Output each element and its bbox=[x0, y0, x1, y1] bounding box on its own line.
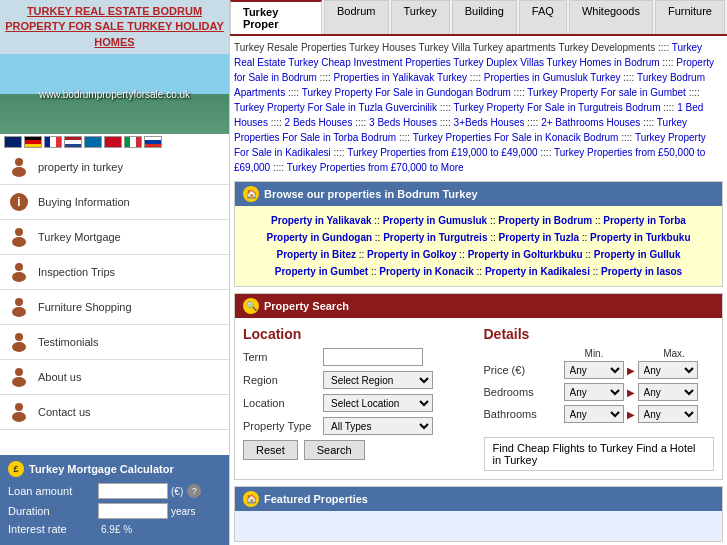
tabs-bar: Turkey Proper Bodrum Turkey Building FAQ… bbox=[230, 0, 727, 36]
search-section: 🔍 Property Search Location Term Region bbox=[234, 293, 723, 480]
tab-whitegoods[interactable]: Whitegoods bbox=[569, 0, 653, 34]
70k-link[interactable]: Turkey Properties from £70,000 to More bbox=[287, 162, 464, 173]
bedrooms-min-select[interactable]: Any bbox=[564, 383, 624, 401]
bathrooms-controls: Any ▶ Any bbox=[564, 405, 698, 423]
content-area: Turkey Resale Properties Turkey Houses T… bbox=[230, 36, 727, 545]
yalikavak-link[interactable]: Properties in Yalikavak Turkey bbox=[334, 72, 468, 83]
browse-tuzla[interactable]: Property in Tuzla bbox=[499, 232, 579, 243]
sidebar-item-furniture[interactable]: Furniture Shopping bbox=[0, 290, 229, 325]
2bath-link[interactable]: 2+ Bathrooms Houses bbox=[541, 117, 640, 128]
browse-konacik[interactable]: Property in Konacik bbox=[379, 266, 473, 277]
tab-bodrum[interactable]: Bodrum bbox=[324, 0, 389, 34]
loan-amount-input[interactable] bbox=[98, 483, 168, 499]
sidebar-item-property-turkey[interactable]: property in turkey bbox=[0, 150, 229, 185]
bathrooms-row: Bathrooms Any ▶ Any bbox=[484, 405, 715, 423]
tab-turkey-label: Turkey bbox=[404, 5, 437, 17]
tab-building[interactable]: Building bbox=[452, 0, 517, 34]
browse-bitez[interactable]: Property in Bitez bbox=[276, 249, 355, 260]
featured-section: 🏠 Featured Properties bbox=[234, 486, 723, 542]
reset-button[interactable]: Reset bbox=[243, 440, 298, 460]
sidebar-item-contact[interactable]: Contact us bbox=[0, 395, 229, 430]
property-type-select[interactable]: All Types bbox=[323, 417, 433, 435]
search-body: Location Term Region Select Region bbox=[235, 318, 722, 479]
browse-iasos[interactable]: Property in Iasos bbox=[601, 266, 682, 277]
browse-golkoy[interactable]: Property in Golkoy bbox=[367, 249, 456, 260]
duration-unit: years bbox=[171, 506, 195, 517]
browse-gundogan[interactable]: Property in Gundogan bbox=[267, 232, 373, 243]
search-button[interactable]: Search bbox=[304, 440, 365, 460]
region-label: Region bbox=[243, 374, 323, 386]
duration-input[interactable] bbox=[98, 503, 168, 519]
sidebar-item-inspection[interactable]: Inspection Trips bbox=[0, 255, 229, 290]
flag-ru[interactable] bbox=[144, 136, 162, 148]
flag-nl[interactable] bbox=[64, 136, 82, 148]
sidebar-logo[interactable]: TURKEY REAL ESTATE BODRUM PROPERTY FOR S… bbox=[0, 0, 229, 54]
tab-furniture-label: Furniture bbox=[668, 5, 712, 17]
bedrooms-max-select[interactable]: Any bbox=[638, 383, 698, 401]
details-min-max-header: Min. Max. bbox=[484, 348, 715, 359]
browse-torba[interactable]: Property in Torba bbox=[603, 215, 686, 226]
flag-it[interactable] bbox=[124, 136, 142, 148]
tuzla-link[interactable]: Turkey Property For Sale in Tuzla Guverc… bbox=[234, 102, 437, 113]
sidebar-item-testimonials[interactable]: Testimonials bbox=[0, 325, 229, 360]
flag-gb[interactable] bbox=[4, 136, 22, 148]
featured-body bbox=[235, 511, 722, 541]
gundogan-link[interactable]: Turkey Property For Sale in Gundogan Bod… bbox=[302, 87, 511, 98]
turgutreis-link[interactable]: Turkey Property For Sale in Turgutreis B… bbox=[454, 102, 661, 113]
browse-gulluk[interactable]: Property in Gulluk bbox=[594, 249, 681, 260]
tab-furniture[interactable]: Furniture bbox=[655, 0, 725, 34]
flag-se[interactable] bbox=[84, 136, 102, 148]
price-label: Price (€) bbox=[484, 364, 564, 376]
browse-row-3: Property in Bitez :: Property in Golkoy … bbox=[243, 246, 714, 263]
search-header: 🔍 Property Search bbox=[235, 294, 722, 318]
svg-point-15 bbox=[12, 412, 26, 422]
browse-gumbet[interactable]: Property in Gumbet bbox=[275, 266, 368, 277]
browse-turgutreis[interactable]: Property in Turgutreis bbox=[383, 232, 487, 243]
browse-golturkbuku[interactable]: Property in Golturkbuku bbox=[468, 249, 583, 260]
flag-fr[interactable] bbox=[44, 136, 62, 148]
search-buttons: Reset Search bbox=[243, 440, 474, 460]
sidebar-item-buying-info[interactable]: i Buying Information bbox=[0, 185, 229, 220]
3bed-link[interactable]: 3 Beds Houses bbox=[369, 117, 437, 128]
sidebar-item-mortgage[interactable]: Turkey Mortgage bbox=[0, 220, 229, 255]
turkey-re-link[interactable]: Turkey Real Estate Turkey Cheap Investme… bbox=[234, 42, 702, 68]
browse-bodrum[interactable]: Property in Bodrum bbox=[498, 215, 592, 226]
region-row: Region Select Region bbox=[243, 371, 474, 389]
sidebar-item-about[interactable]: About us bbox=[0, 360, 229, 395]
sidebar: TURKEY REAL ESTATE BODRUM PROPERTY FOR S… bbox=[0, 0, 230, 545]
inspection-icon bbox=[8, 261, 30, 283]
flag-de[interactable] bbox=[24, 136, 42, 148]
price-min-select[interactable]: Any bbox=[564, 361, 624, 379]
gumbet-link[interactable]: Turkey Property For sale in Gumbet bbox=[527, 87, 686, 98]
flag-es[interactable] bbox=[104, 136, 122, 148]
term-input[interactable] bbox=[323, 348, 423, 366]
bathrooms-max-select[interactable]: Any bbox=[638, 405, 698, 423]
region-select[interactable]: Select Region bbox=[323, 371, 433, 389]
duration-label: Duration bbox=[8, 505, 98, 517]
gumusluk-link[interactable]: Properties in Gumusluk Turkey bbox=[484, 72, 621, 83]
browse-kadikalesi[interactable]: Property in Kadikalesi bbox=[485, 266, 590, 277]
svg-point-0 bbox=[15, 158, 23, 166]
browse-turkbuku[interactable]: Property in Turkbuku bbox=[590, 232, 690, 243]
tab-turkey[interactable]: Turkey bbox=[391, 0, 450, 34]
konacik-link[interactable]: Turkey Properties For Sale in Konacik Bo… bbox=[413, 132, 619, 143]
tab-turkey-proper[interactable]: Turkey Proper bbox=[230, 0, 322, 34]
3plus-link[interactable]: 3+Beds Houses bbox=[454, 117, 525, 128]
location-select[interactable]: Select Location bbox=[323, 394, 433, 412]
nav-label-property-turkey: property in turkey bbox=[38, 161, 123, 173]
bathrooms-min-select[interactable]: Any bbox=[564, 405, 624, 423]
max-header: Max. bbox=[634, 348, 714, 359]
bedrooms-controls: Any ▶ Any bbox=[564, 383, 698, 401]
mortgage-icon bbox=[8, 226, 30, 248]
price-row: Price (€) Any ▶ Any bbox=[484, 361, 715, 379]
details-title: Details bbox=[484, 326, 715, 342]
tab-faq[interactable]: FAQ bbox=[519, 0, 567, 34]
browse-gumusluk[interactable]: Property in Gumusluk bbox=[383, 215, 487, 226]
price-max-select[interactable]: Any bbox=[638, 361, 698, 379]
logo-link[interactable]: TURKEY REAL ESTATE BODRUM PROPERTY FOR S… bbox=[4, 4, 225, 50]
2bed-link[interactable]: 2 Beds Houses bbox=[285, 117, 353, 128]
cheap-flights-link[interactable]: Find Cheap Flights to Turkey bbox=[493, 442, 634, 454]
browse-yalikavak[interactable]: Property in Yalikavak bbox=[271, 215, 371, 226]
19k-link[interactable]: Turkey Properties from £19,000 to £49,00… bbox=[347, 147, 537, 158]
loan-help-icon[interactable]: ? bbox=[187, 484, 201, 498]
